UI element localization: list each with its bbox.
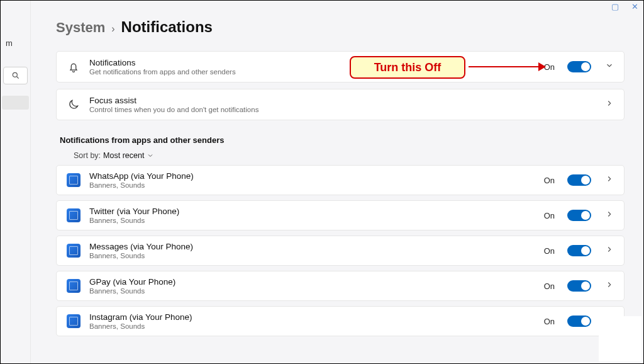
sort-by-dropdown[interactable]: Sort by: Most recent <box>74 151 625 160</box>
chevron-right-icon[interactable] <box>605 280 614 292</box>
app-notification-row[interactable]: Twitter (via Your Phone)Banners, SoundsO… <box>56 200 625 230</box>
notifications-subtitle: Get notifications from apps and other se… <box>89 68 236 76</box>
app-title: Twitter (via Your Phone) <box>89 207 179 216</box>
focus-assist-row[interactable]: Focus assist Control times when you do a… <box>56 89 625 120</box>
app-subtitle: Banners, Sounds <box>89 181 194 189</box>
chevron-right-icon[interactable] <box>605 210 614 221</box>
notifications-toggle[interactable] <box>567 61 591 72</box>
chevron-right-icon[interactable] <box>605 245 614 256</box>
app-notification-row[interactable]: Instagram (via Your Phone)Banners, Sound… <box>56 306 625 336</box>
moon-icon <box>67 98 80 111</box>
app-subtitle: Banners, Sounds <box>89 322 192 330</box>
app-subtitle: Banners, Sounds <box>89 217 179 224</box>
app-toggle[interactable] <box>567 316 591 327</box>
nav-letter: m <box>1 38 30 48</box>
search-icon <box>11 71 20 80</box>
svg-line-1 <box>16 77 18 79</box>
chevron-down-icon <box>147 152 154 159</box>
sort-value: Most recent <box>103 151 144 160</box>
app-state-label: On <box>544 317 555 326</box>
app-state-label: On <box>544 246 555 256</box>
chevron-right-icon[interactable] <box>605 174 614 186</box>
annotation-arrow <box>469 66 545 67</box>
apps-section-heading: Notifications from apps and other sender… <box>60 135 625 145</box>
svg-point-0 <box>13 72 17 77</box>
chevron-down-icon[interactable] <box>605 61 614 72</box>
breadcrumb-parent[interactable]: System <box>56 20 105 36</box>
focus-subtitle: Control times when you do and don't get … <box>89 106 258 113</box>
notifications-title: Notifications <box>89 58 236 67</box>
app-subtitle: Banners, Sounds <box>89 252 193 259</box>
app-notification-row[interactable]: WhatsApp (via Your Phone)Banners, Sounds… <box>56 165 625 195</box>
annotation-callout: Turn this Off <box>350 56 465 79</box>
chevron-right-icon: › <box>111 23 114 35</box>
focus-title: Focus assist <box>89 96 258 105</box>
app-title: GPay (via Your Phone) <box>89 277 175 287</box>
app-title: WhatsApp (via Your Phone) <box>89 171 194 181</box>
breadcrumb: System › Notifications <box>56 18 625 36</box>
app-subtitle: Banners, Sounds <box>89 287 175 295</box>
app-icon <box>67 244 80 258</box>
app-state-label: On <box>544 176 555 185</box>
app-toggle[interactable] <box>567 280 591 292</box>
app-icon <box>67 314 80 328</box>
chevron-right-icon[interactable] <box>605 99 614 110</box>
app-state-label: On <box>544 282 555 291</box>
search-input[interactable] <box>3 67 28 84</box>
nav-rail: m <box>1 1 31 363</box>
app-toggle[interactable] <box>567 245 591 256</box>
page-title: Notifications <box>121 18 213 36</box>
app-notification-row[interactable]: Messages (via Your Phone)Banners, Sounds… <box>56 236 625 266</box>
app-icon <box>67 279 80 293</box>
app-icon <box>67 173 80 187</box>
settings-content: System › Notifications Notifications Get… <box>31 1 643 363</box>
nav-item-active[interactable] <box>2 96 29 110</box>
app-title: Messages (via Your Phone) <box>89 242 193 251</box>
app-notification-row[interactable]: GPay (via Your Phone)Banners, SoundsOn <box>56 271 625 301</box>
annotation-text: Turn this Off <box>374 61 441 74</box>
bell-icon <box>67 60 80 73</box>
app-icon <box>67 208 80 222</box>
decorative-patch <box>599 316 641 361</box>
app-state-label: On <box>544 211 555 220</box>
app-toggle[interactable] <box>567 174 591 186</box>
sort-prefix: Sort by: <box>74 151 101 160</box>
app-title: Instagram (via Your Phone) <box>89 312 192 322</box>
app-toggle[interactable] <box>567 210 591 221</box>
